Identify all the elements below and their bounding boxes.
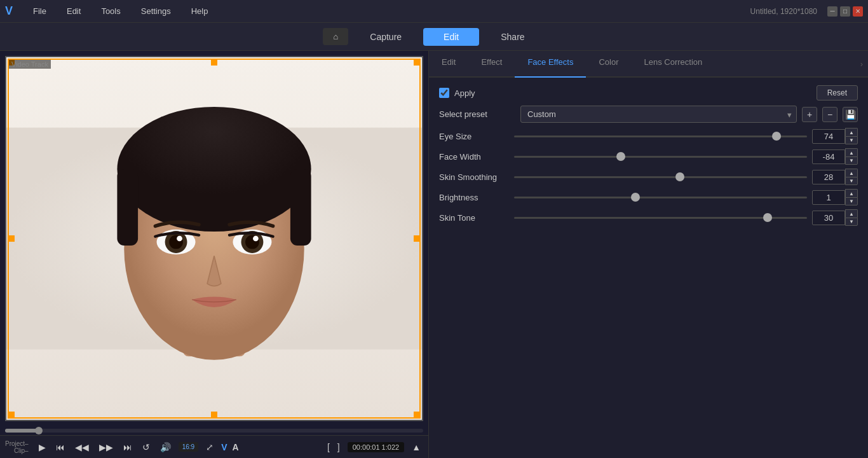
svg-point-3 xyxy=(117,107,311,232)
select-preset-label: Select preset xyxy=(439,109,515,119)
eye-size-slider[interactable] xyxy=(514,130,807,142)
preset-select-wrap: Custom ▾ xyxy=(520,106,797,123)
brightness-label: Brightness xyxy=(439,193,509,202)
right-panel: Edit Effect Face Effects Color Lens Corr… xyxy=(429,51,868,458)
svg-point-9 xyxy=(177,236,182,242)
tab-face-effects[interactable]: Face Effects xyxy=(515,51,586,78)
skin-tone-slider[interactable] xyxy=(514,211,807,224)
tab-edit[interactable]: Edit xyxy=(429,51,468,78)
project-label: Project– xyxy=(5,440,29,447)
tab-effect[interactable]: Effect xyxy=(468,51,515,78)
face-width-up[interactable]: ▲ xyxy=(845,148,858,156)
brightness-slider[interactable] xyxy=(514,191,807,204)
tab-lens-correction[interactable]: Lens Correction xyxy=(632,51,715,78)
brightness-up[interactable]: ▲ xyxy=(845,189,858,197)
menu-tools[interactable]: Tools xyxy=(96,4,125,18)
face-width-input[interactable] xyxy=(812,149,845,164)
skip-start-button[interactable]: ⏮ xyxy=(53,441,67,454)
brightness-row: Brightness ▲ ▼ xyxy=(439,189,858,205)
eye-size-spinbox: 74 ▲ ▼ xyxy=(812,128,858,144)
skin-tone-input[interactable] xyxy=(812,211,845,225)
mini-timeline xyxy=(0,426,428,435)
video-container: Video Track xyxy=(5,56,423,421)
skin-smoothing-up[interactable]: ▲ xyxy=(845,169,858,177)
eye-size-label: Eye Size xyxy=(439,132,509,141)
eye-size-input[interactable]: 74 xyxy=(812,129,845,144)
next-frame-button[interactable]: ▶▶ xyxy=(97,441,116,454)
home-button[interactable]: ⌂ xyxy=(323,28,348,45)
sliders-section: Eye Size 74 ▲ ▼ xyxy=(439,128,858,226)
face-svg xyxy=(6,57,422,420)
skin-tone-spinbox: ▲ ▼ xyxy=(812,209,858,226)
play-button[interactable]: ▶ xyxy=(36,441,48,454)
reset-button[interactable]: Reset xyxy=(817,85,858,101)
tab-color[interactable]: Color xyxy=(586,51,631,78)
panel-tabs: Edit Effect Face Effects Color Lens Corr… xyxy=(429,51,868,78)
eye-size-row: Eye Size 74 ▲ ▼ xyxy=(439,128,858,144)
time-display: 00:00:01 1:022 xyxy=(348,442,404,452)
face-width-slider[interactable] xyxy=(514,150,807,163)
menu-help[interactable]: Help xyxy=(186,4,214,18)
svg-point-13 xyxy=(253,236,259,242)
preset-select[interactable]: Custom xyxy=(520,106,797,123)
loop-button[interactable]: ↺ xyxy=(140,441,153,454)
face-width-label: Face Width xyxy=(439,152,509,162)
aspect-ratio-badge: 16:9 xyxy=(179,442,198,452)
skin-smoothing-spinbox: ▲ ▼ xyxy=(812,169,858,185)
apply-checkbox[interactable] xyxy=(439,88,449,98)
brightness-down[interactable]: ▼ xyxy=(845,197,858,205)
resize-button[interactable]: ⤢ xyxy=(203,441,216,454)
face-width-spinbox: ▲ ▼ xyxy=(812,148,858,165)
format-v: V xyxy=(221,442,227,452)
format-a: A xyxy=(233,442,239,452)
skin-tone-up[interactable]: ▲ xyxy=(845,209,858,218)
skin-smoothing-input[interactable] xyxy=(812,170,845,184)
close-button[interactable]: ✕ xyxy=(853,6,863,17)
menu-edit[interactable]: Edit xyxy=(62,4,86,18)
svg-rect-4 xyxy=(117,169,138,246)
nav-share[interactable]: Share xyxy=(480,28,545,46)
brightness-input[interactable] xyxy=(812,190,845,205)
skin-tone-down[interactable]: ▼ xyxy=(845,218,858,226)
prev-frame-button[interactable]: ◀◀ xyxy=(72,441,92,454)
nav-capture[interactable]: Capture xyxy=(349,28,422,46)
save-preset-button[interactable]: 💾 xyxy=(843,107,858,122)
menu-bar: V File Edit Tools Settings Help Untitled… xyxy=(0,0,868,23)
face-width-down[interactable]: ▼ xyxy=(845,156,858,165)
svg-rect-5 xyxy=(290,169,311,246)
window-title: Untitled, 1920*1080 xyxy=(750,7,817,16)
add-preset-button[interactable]: + xyxy=(802,107,817,122)
nav-edit[interactable]: Edit xyxy=(423,28,479,46)
face-effects-panel: Apply Reset Select preset Custom ▾ + − � xyxy=(429,78,868,458)
playback-bar: Project– Clip– ▶ ⏮ ◀◀ ▶▶ ⏭ ↺ 🔊 16:9 ⤢ V … xyxy=(0,435,428,458)
video-preview xyxy=(6,57,422,420)
maximize-button[interactable]: □ xyxy=(840,6,850,17)
clip-label: Clip– xyxy=(14,447,29,454)
eye-size-down[interactable]: ▼ xyxy=(845,136,858,144)
remove-preset-button[interactable]: − xyxy=(822,107,837,122)
brightness-spinbox: ▲ ▼ xyxy=(812,189,858,205)
menu-file[interactable]: File xyxy=(28,4,51,18)
skip-end-button[interactable]: ⏭ xyxy=(121,441,135,454)
apply-label: Apply xyxy=(454,88,531,98)
face-width-row: Face Width ▲ ▼ xyxy=(439,148,858,165)
time-up-button[interactable]: ▲ xyxy=(409,441,423,454)
skin-tone-row: Skin Tone ▲ ▼ xyxy=(439,209,858,226)
skin-smoothing-slider[interactable] xyxy=(514,170,807,183)
preset-row: Select preset Custom ▾ + − 💾 xyxy=(439,106,858,123)
panel-scroll-right[interactable]: › xyxy=(855,51,868,76)
app-logo: V xyxy=(5,4,13,18)
mini-progress[interactable] xyxy=(5,429,423,433)
volume-button[interactable]: 🔊 xyxy=(158,441,173,454)
eye-size-up[interactable]: ▲ xyxy=(845,128,858,136)
in-point-button[interactable]: [ xyxy=(325,441,332,454)
skin-smoothing-down[interactable]: ▼ xyxy=(845,177,858,185)
skin-smoothing-label: Skin Smoothing xyxy=(439,172,509,182)
out-point-button[interactable]: ] xyxy=(335,441,342,454)
minimize-button[interactable]: ─ xyxy=(827,6,837,17)
menu-settings[interactable]: Settings xyxy=(136,4,176,18)
main-area: Video Track Project– Clip– ▶ ⏮ ◀◀ ▶▶ ⏭ ↺… xyxy=(0,51,868,458)
video-track-label: Video Track xyxy=(9,60,51,69)
nav-bar: ⌂ Capture Edit Share xyxy=(0,23,868,51)
preview-area: Video Track Project– Clip– ▶ ⏮ ◀◀ ▶▶ ⏭ ↺… xyxy=(0,51,429,458)
